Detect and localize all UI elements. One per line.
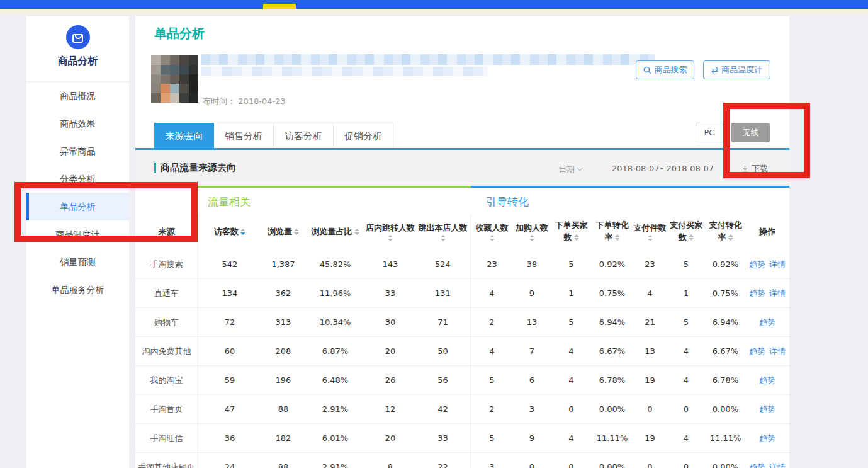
active-nav-underline xyxy=(263,4,296,9)
value-cell: 4 xyxy=(667,433,705,443)
source-cell: 购物车 xyxy=(135,308,198,336)
value-cell: 6.48% xyxy=(305,375,365,385)
value-cell: 12 xyxy=(365,404,415,414)
action-link-趋势[interactable]: 趋势 xyxy=(749,462,765,468)
date-dropdown[interactable]: 日期 xyxy=(558,164,582,175)
tab-促销分析[interactable]: 促销分析 xyxy=(334,123,393,148)
column-header-加购人数[interactable]: 加购人数 xyxy=(513,222,551,242)
action-link-趋势[interactable]: 趋势 xyxy=(759,433,775,443)
column-headers: 来源访客数浏览量浏览量占比店内跳转人数跳出本店人数收藏人数加购人数下单买家数下单… xyxy=(135,214,789,250)
sidebar-item-商品概况[interactable]: 商品概况 xyxy=(26,82,129,110)
action-link-详情[interactable]: 详情 xyxy=(769,260,786,269)
product-search-label: 商品搜索 xyxy=(655,64,687,76)
sort-icon[interactable] xyxy=(388,235,393,241)
sort-icon[interactable] xyxy=(529,235,534,241)
sidebar-item-异常商品[interactable]: 异常商品 xyxy=(26,137,129,165)
column-header-支付买家数[interactable]: 支付买家数 xyxy=(667,220,705,244)
value-cell: 5 xyxy=(667,317,705,327)
tab-销售分析[interactable]: 销售分析 xyxy=(214,123,274,148)
product-search-button[interactable]: 商品搜索 xyxy=(636,60,694,79)
sort-icon[interactable] xyxy=(240,229,245,235)
action-link-详情[interactable]: 详情 xyxy=(769,462,786,468)
toggle-wireless[interactable]: 无线 xyxy=(731,123,770,142)
table-row: 购物车7231310.34%307121356.94%2156.94%趋势 xyxy=(135,308,789,337)
sidebar-item-分类分析[interactable]: 分类分析 xyxy=(26,165,129,193)
column-header-跳出本店人数[interactable]: 跳出本店人数 xyxy=(415,214,471,250)
tab-访客分析[interactable]: 访客分析 xyxy=(274,123,334,148)
column-header-label: 收藏人数 xyxy=(476,222,509,234)
sidebar-item-商品效果[interactable]: 商品效果 xyxy=(26,110,129,137)
action-link-详情[interactable]: 详情 xyxy=(769,288,786,298)
column-header-访客数[interactable]: 访客数 xyxy=(198,226,261,238)
value-cell: 5 xyxy=(471,433,513,443)
download-button[interactable]: 下载 xyxy=(741,163,768,174)
value-cell: 0 xyxy=(667,462,705,468)
column-header-label: 跳出本店人数 xyxy=(419,222,468,234)
value-cell: 0.92% xyxy=(705,260,746,269)
value-cell: 6.94% xyxy=(592,317,633,327)
column-header-下单买家数[interactable]: 下单买家数 xyxy=(551,220,592,244)
value-cell: 26 xyxy=(365,375,415,385)
value-cell: 5 xyxy=(551,317,592,327)
column-header-支付件数[interactable]: 支付件数 xyxy=(633,222,667,242)
sidebar-item-商品温度计[interactable]: 商品温度计 xyxy=(26,220,129,248)
section-title: 商品流量来源去向 xyxy=(154,162,236,174)
thumbnail-pixel xyxy=(161,84,170,93)
value-cell: 4 xyxy=(551,375,592,385)
sort-icon[interactable] xyxy=(648,235,653,241)
source-cell: 手淘首页 xyxy=(135,395,198,423)
sort-icon[interactable] xyxy=(728,234,733,241)
column-header-label: 浏览量 xyxy=(268,226,292,238)
actions-cell: 趋势 xyxy=(746,375,789,386)
value-cell: 0.00% xyxy=(705,404,746,414)
value-cell: 6.87% xyxy=(305,346,365,356)
value-cell: 0 xyxy=(633,462,667,468)
column-header-来源: 来源 xyxy=(135,214,198,250)
action-link-趋势[interactable]: 趋势 xyxy=(759,317,775,327)
value-cell: 9 xyxy=(513,433,551,443)
sort-icon[interactable] xyxy=(490,235,495,241)
table-row: 我的淘宝591966.48%26565646.78%1946.78%趋势 xyxy=(135,366,789,395)
action-link-趋势[interactable]: 趋势 xyxy=(749,288,765,298)
value-cell: 23 xyxy=(633,260,667,269)
column-header-店内跳转人数[interactable]: 店内跳转人数 xyxy=(365,222,415,242)
sort-icon[interactable] xyxy=(294,229,299,235)
action-link-趋势[interactable]: 趋势 xyxy=(749,346,765,356)
value-cell: 524 xyxy=(415,250,471,278)
value-cell: 7 xyxy=(513,346,551,356)
toggle-pc[interactable]: PC xyxy=(696,123,723,142)
tab-来源去向[interactable]: 来源去向 xyxy=(154,123,214,148)
sort-icon[interactable] xyxy=(354,229,359,235)
thumbnail-pixel xyxy=(161,55,170,65)
sort-icon[interactable] xyxy=(441,235,446,241)
sidebar-item-单品服务分析[interactable]: 单品服务分析 xyxy=(26,276,129,304)
exchange-icon: ⇄ xyxy=(711,66,719,74)
sort-icon[interactable] xyxy=(689,234,694,241)
column-header-浏览量[interactable]: 浏览量 xyxy=(261,226,305,238)
column-header-浏览量占比[interactable]: 浏览量占比 xyxy=(305,226,365,238)
thumbnail-pixel xyxy=(189,65,198,74)
sidebar-item-销量预测[interactable]: 销量预测 xyxy=(26,248,129,276)
thumbnail-pixel xyxy=(170,93,179,103)
sidebar-item-单品分析[interactable]: 单品分析 xyxy=(26,193,129,220)
product-thermometer-button[interactable]: ⇄ 商品温度计 xyxy=(703,60,770,79)
action-link-详情[interactable]: 详情 xyxy=(769,346,786,356)
value-cell: 19 xyxy=(633,433,667,443)
column-header-label: 浏览量占比 xyxy=(312,226,352,238)
action-link-趋势[interactable]: 趋势 xyxy=(759,404,775,414)
sort-icon[interactable] xyxy=(615,234,620,241)
column-header-收藏人数[interactable]: 收藏人数 xyxy=(471,222,513,242)
action-link-趋势[interactable]: 趋势 xyxy=(759,375,775,385)
thumbnail-pixel xyxy=(161,65,170,74)
table-row: 直通车13436211.96%331314910.75%410.75%趋势详情 xyxy=(135,279,789,308)
conversion-group-line xyxy=(471,186,789,188)
column-header-下单转化率[interactable]: 下单转化率 xyxy=(592,220,633,244)
value-cell: 33 xyxy=(415,424,471,452)
column-header-支付转化率[interactable]: 支付转化率 xyxy=(705,220,746,244)
action-link-趋势[interactable]: 趋势 xyxy=(749,260,765,269)
actions-cell: 趋势详情 xyxy=(746,462,789,468)
sort-icon[interactable] xyxy=(574,234,579,241)
value-cell: 5 xyxy=(551,260,592,269)
value-cell: 36 xyxy=(198,433,261,443)
actions-cell: 趋势详情 xyxy=(746,259,789,270)
